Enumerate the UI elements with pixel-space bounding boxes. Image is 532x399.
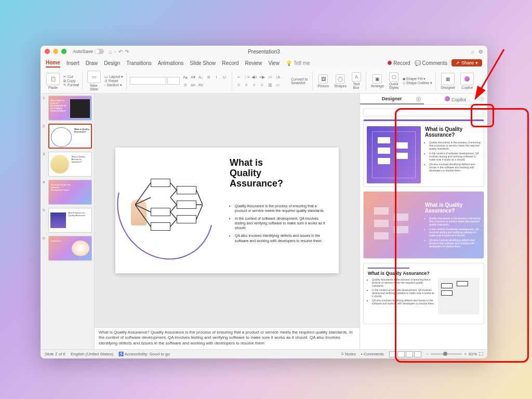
zoom-controls: − + 81% ⛶: [427, 352, 483, 356]
format-button[interactable]: ✎ Format: [63, 83, 79, 87]
paste-group[interactable]: 📋Paste: [45, 73, 61, 89]
italic-icon[interactable]: I: [213, 74, 220, 81]
home-icon[interactable]: ⌂: [109, 49, 112, 55]
slide-title[interactable]: What is Quality Assurance?: [230, 158, 283, 189]
save-icon[interactable]: ▫: [114, 49, 116, 55]
thumbnail-5[interactable]: Best Practices for Quality Assurance: [48, 208, 92, 233]
tab-animations[interactable]: Animations: [158, 59, 183, 67]
align-center-icon[interactable]: ≡: [243, 82, 250, 88]
design-suggestion-1[interactable]: What is Quality Assurance? Quality Assur…: [363, 119, 484, 187]
shape-fill-button[interactable]: ◆ Shape Fill ▾: [403, 77, 432, 81]
copy-button[interactable]: ⧉ Copy: [63, 79, 79, 83]
new-slide-button[interactable]: ▭New Slide: [86, 71, 102, 91]
tab-insert[interactable]: Insert: [66, 59, 79, 67]
increase-font-icon[interactable]: A▴: [182, 74, 189, 81]
tab-review[interactable]: Review: [245, 59, 262, 67]
sorter-view-icon[interactable]: [397, 351, 405, 357]
record-button[interactable]: Record: [388, 60, 410, 66]
font-family-input[interactable]: [130, 77, 166, 85]
copilot-button[interactable]: Copilot: [459, 73, 475, 89]
comments-button[interactable]: 💬 Comments: [415, 60, 447, 66]
tab-transitions[interactable]: Transitions: [126, 59, 152, 67]
line-spacing-icon[interactable]: ↕≡: [267, 74, 273, 81]
numbering-icon[interactable]: ⋮≡: [243, 74, 250, 81]
picture-icon: 🖼: [318, 74, 328, 84]
close-icon[interactable]: ⓧ: [416, 96, 421, 103]
tab-design[interactable]: Design: [104, 59, 120, 67]
tab-draw[interactable]: Draw: [86, 59, 98, 67]
comments-toggle[interactable]: ▪ Comments: [361, 352, 384, 356]
indent-dec-icon[interactable]: ◀≡: [251, 74, 258, 81]
align-text-icon[interactable]: ▭: [274, 82, 281, 88]
designer-button[interactable]: ▦Designer: [439, 73, 457, 89]
panel-tab-copilot[interactable]: Copilotⓧ: [424, 94, 488, 104]
tab-view[interactable]: View: [268, 59, 280, 67]
thumbnail-1[interactable]: WELCOME TO QUALITY ASSURANCE IN SOFTWARE…: [48, 96, 92, 121]
thumbnail-3[interactable]: Why is Quality Assurance Important?: [48, 152, 92, 177]
align-left-icon[interactable]: ≡: [235, 82, 242, 88]
section-button[interactable]: ▫ Section ▾: [104, 83, 123, 87]
convert-smartart[interactable]: Convert to SmartArt: [289, 77, 309, 85]
slideshow-view-icon[interactable]: [414, 351, 421, 357]
undo-icon[interactable]: ↶: [118, 49, 123, 55]
fit-icon[interactable]: ⛶: [479, 352, 483, 356]
picture-button[interactable]: 🖼Picture: [316, 74, 330, 88]
notes-toggle[interactable]: ≡ Notes: [341, 352, 356, 356]
slide-editor[interactable]: What is Quality Assurance? Quality Assur…: [95, 94, 360, 327]
titlebar: AutoSave ⌂ ▫ ↶ ↷ Presentation3 ⌕ ⚙: [41, 46, 487, 57]
thumbnail-2[interactable]: What is Quality Assurance?: [48, 124, 92, 149]
link-icon[interactable]: ⚙: [478, 49, 483, 55]
maximize-icon[interactable]: [61, 49, 66, 54]
panel-tab-designer[interactable]: Designerⓧ: [360, 94, 424, 104]
justify-icon[interactable]: ≡: [259, 82, 265, 88]
close-icon[interactable]: ⓧ: [480, 96, 484, 103]
zoom-out-icon[interactable]: −: [427, 352, 429, 356]
redo-icon[interactable]: ↷: [125, 49, 129, 55]
slide-body[interactable]: Quality Assurance is the process of ensu…: [230, 204, 328, 246]
bold-icon[interactable]: B: [205, 74, 212, 81]
shapes-button[interactable]: ◯Shapes: [332, 74, 348, 88]
tab-slideshow[interactable]: Slide Show: [190, 59, 216, 67]
zoom-slider[interactable]: [431, 353, 462, 355]
normal-view-icon[interactable]: [389, 351, 396, 357]
close-icon[interactable]: [45, 49, 50, 54]
zoom-in-icon[interactable]: +: [464, 352, 467, 356]
text-direction-icon[interactable]: ↕A: [274, 74, 281, 81]
strike-icon[interactable]: S: [182, 82, 189, 88]
clear-format-icon[interactable]: Aₓ: [197, 74, 204, 81]
bullets-icon[interactable]: ≡: [235, 74, 242, 81]
underline-icon[interactable]: U: [221, 74, 228, 81]
font-size-input[interactable]: [167, 77, 180, 85]
shadow-icon[interactable]: ab: [190, 82, 196, 88]
autosave-toggle[interactable]: AutoSave: [73, 49, 104, 54]
layout-button[interactable]: ▭ Layout ▾: [104, 75, 123, 79]
accessibility-status[interactable]: ♿ Accessibility: Good to go: [118, 352, 170, 356]
columns-icon[interactable]: ▥: [267, 82, 273, 88]
quickstyles-button[interactable]: ▢Quick Styles: [388, 72, 401, 89]
arrange-button[interactable]: ▣Arrange: [369, 74, 385, 88]
shape-outline-button[interactable]: ◇ Shape Outline ▾: [403, 81, 432, 85]
reading-view-icon[interactable]: [406, 351, 413, 357]
minimize-icon[interactable]: [53, 49, 58, 54]
search-icon[interactable]: ⌕: [471, 49, 474, 55]
share-button[interactable]: ↗ Share ▾: [451, 59, 482, 66]
switch-icon[interactable]: [95, 49, 104, 54]
cut-button[interactable]: ✂ Cut: [63, 75, 79, 79]
textbox-button[interactable]: AText Box: [350, 72, 363, 89]
thumbnail-4[interactable]: The Role of QA in the Software Developme…: [48, 180, 92, 205]
tab-record[interactable]: Record: [222, 59, 238, 67]
spacing-icon[interactable]: AV: [197, 82, 204, 88]
align-right-icon[interactable]: ≡: [251, 82, 258, 88]
speaker-notes[interactable]: What is Quality Assurance? Quality Assur…: [95, 327, 360, 349]
reset-button[interactable]: ↺ Reset: [104, 79, 123, 83]
zoom-level[interactable]: 81%: [469, 352, 477, 356]
indent-inc-icon[interactable]: ≡▶: [259, 74, 265, 81]
thumbnail-6[interactable]: Conclusion: [48, 236, 92, 261]
language-indicator[interactable]: English (United States): [71, 352, 113, 356]
panel-search[interactable]: [363, 108, 484, 116]
tell-me[interactable]: 💡 Tell me: [286, 60, 310, 66]
design-suggestion-3[interactable]: What is Quality Assurance? Quality Assur…: [363, 263, 484, 324]
tab-home[interactable]: Home: [46, 59, 60, 68]
decrease-font-icon[interactable]: A▾: [190, 74, 196, 81]
design-suggestion-2[interactable]: What is Quality Assurance? Quality Assur…: [363, 191, 484, 259]
